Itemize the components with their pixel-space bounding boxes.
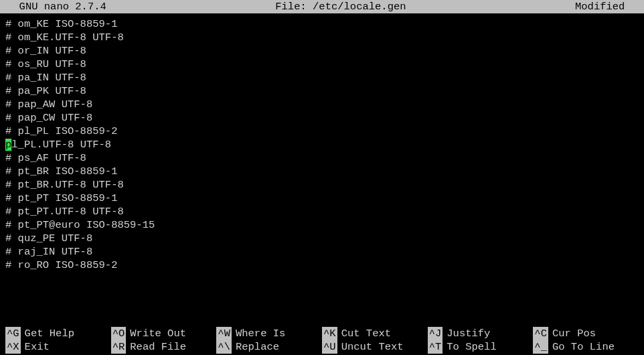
editor-line: # pa_PK UTF-8 (5, 84, 639, 98)
shortcut-label: Justify (447, 327, 490, 340)
shortcut-key: ^G (5, 327, 21, 340)
editor-line: # pt_PT@euro ISO-8859-15 (5, 218, 639, 232)
editor-line: # or_IN UTF-8 (5, 44, 639, 58)
shortcut-key: ^X (5, 340, 21, 354)
shortcut-key: ^R (111, 340, 127, 354)
shortcut-key: ^T (428, 340, 443, 354)
shortcut-label: To Spell (447, 340, 496, 354)
editor-line: # os_RU UTF-8 (5, 58, 639, 71)
shortcut-item[interactable]: ^WWhere Is (216, 327, 322, 340)
shortcut-label: Cut Text (341, 327, 391, 340)
editor-line: # om_KE.UTF-8 UTF-8 (5, 31, 639, 44)
shortcut-row: ^XExit^RRead File^\Replace^UUncut Text^T… (5, 340, 639, 354)
title-bar: GNU nano 2.7.4 File: /etc/locale.gen Mod… (0, 0, 644, 13)
shortcut-label: Write Out (130, 327, 186, 340)
shortcut-label: Exit (25, 340, 50, 354)
editor-line: # pt_BR.UTF-8 UTF-8 (5, 178, 639, 192)
shortcut-key: ^W (216, 327, 232, 340)
shortcut-item[interactable]: ^\Replace (216, 340, 322, 354)
shortcut-label: Go To Line (552, 340, 615, 354)
file-name: File: /etc/locale.gen (275, 0, 406, 13)
cursor-line-rest: l_PL.UTF-8 UTF-8 (11, 139, 111, 151)
shortcut-key: ^\ (216, 340, 232, 354)
shortcut-item[interactable]: ^XExit (5, 340, 111, 354)
editor-content[interactable]: # om_KE ISO-8859-1# om_KE.UTF-8 UTF-8# o… (0, 13, 644, 272)
editor-line: # pt_PT ISO-8859-1 (5, 192, 639, 205)
text-cursor: p (5, 139, 11, 151)
modified-status: Modified (575, 0, 637, 13)
editor-line: # pt_PT.UTF-8 UTF-8 (5, 205, 639, 218)
editor-line: # ro_RO ISO-8859-2 (5, 259, 639, 272)
shortcut-item[interactable]: ^RRead File (111, 340, 217, 354)
editor-line: # pap_CW UTF-8 (5, 111, 639, 125)
shortcut-item[interactable]: ^KCut Text (322, 327, 428, 340)
editor-line: # pt_BR ISO-8859-1 (5, 165, 639, 178)
shortcut-bar: ^GGet Help^OWrite Out^WWhere Is^KCut Tex… (5, 327, 639, 354)
editor-line: # ps_AF UTF-8 (5, 151, 639, 165)
shortcut-item[interactable]: ^OWrite Out (111, 327, 217, 340)
shortcut-item[interactable]: ^UUncut Text (322, 340, 428, 354)
shortcut-label: Where Is (236, 327, 285, 340)
editor-line: # pap_AW UTF-8 (5, 98, 639, 111)
editor-line: # quz_PE UTF-8 (5, 232, 639, 245)
shortcut-item[interactable]: ^JJustify (428, 327, 534, 340)
shortcut-key: ^K (322, 327, 337, 340)
shortcut-row: ^GGet Help^OWrite Out^WWhere Is^KCut Tex… (5, 327, 639, 340)
shortcut-label: Get Help (25, 327, 74, 340)
shortcut-label: Cur Pos (552, 327, 596, 340)
shortcut-label: Replace (236, 340, 279, 354)
shortcut-key: ^O (111, 327, 127, 340)
shortcut-item[interactable]: ^CCur Pos (533, 327, 639, 340)
editor-line: # raj_IN UTF-8 (5, 245, 639, 259)
shortcut-item[interactable]: ^TTo Spell (428, 340, 534, 354)
shortcut-label: Read File (130, 340, 186, 354)
shortcut-key: ^_ (533, 340, 548, 354)
shortcut-key: ^J (428, 327, 443, 340)
shortcut-item[interactable]: ^GGet Help (5, 327, 111, 340)
shortcut-item[interactable]: ^_Go To Line (533, 340, 639, 354)
shortcut-key: ^C (533, 327, 548, 340)
app-name: GNU nano 2.7.4 (7, 0, 106, 13)
shortcut-label: Uncut Text (341, 340, 404, 354)
shortcut-key: ^U (322, 340, 337, 354)
cursor-line: pl_PL.UTF-8 UTF-8 (5, 138, 639, 151)
editor-line: # om_KE ISO-8859-1 (5, 17, 639, 31)
editor-line: # pa_IN UTF-8 (5, 71, 639, 84)
editor-line: # pl_PL ISO-8859-2 (5, 125, 639, 138)
